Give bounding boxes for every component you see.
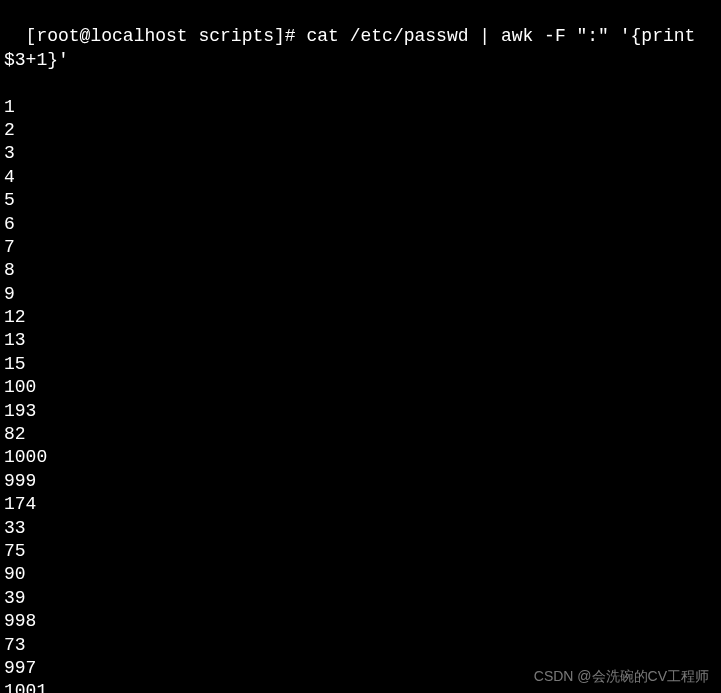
output-line: 9 bbox=[4, 283, 717, 306]
output-line: 5 bbox=[4, 189, 717, 212]
output-line: 39 bbox=[4, 587, 717, 610]
output-line: 8 bbox=[4, 259, 717, 282]
output-line: 75 bbox=[4, 540, 717, 563]
output-line: 7 bbox=[4, 236, 717, 259]
shell-prompt: [root@localhost scripts]# bbox=[26, 26, 307, 46]
output-line: 4 bbox=[4, 166, 717, 189]
output-line: 15 bbox=[4, 353, 717, 376]
output-line: 999 bbox=[4, 470, 717, 493]
output-line: 174 bbox=[4, 493, 717, 516]
output-line: 193 bbox=[4, 400, 717, 423]
terminal-window[interactable]: [root@localhost scripts]# cat /etc/passw… bbox=[4, 2, 717, 693]
watermark-text: CSDN @会洗碗的CV工程师 bbox=[534, 667, 709, 685]
output-line: 6 bbox=[4, 213, 717, 236]
output-line: 998 bbox=[4, 610, 717, 633]
output-line: 100 bbox=[4, 376, 717, 399]
output-line: 82 bbox=[4, 423, 717, 446]
output-line: 12 bbox=[4, 306, 717, 329]
output-line: 3 bbox=[4, 142, 717, 165]
output-line: 1000 bbox=[4, 446, 717, 469]
output-line: 1 bbox=[4, 96, 717, 119]
command-output: 1234567891213151001938210009991743375903… bbox=[4, 96, 717, 693]
output-line: 2 bbox=[4, 119, 717, 142]
output-line: 13 bbox=[4, 329, 717, 352]
output-line: 90 bbox=[4, 563, 717, 586]
output-line: 33 bbox=[4, 517, 717, 540]
output-line: 73 bbox=[4, 634, 717, 657]
